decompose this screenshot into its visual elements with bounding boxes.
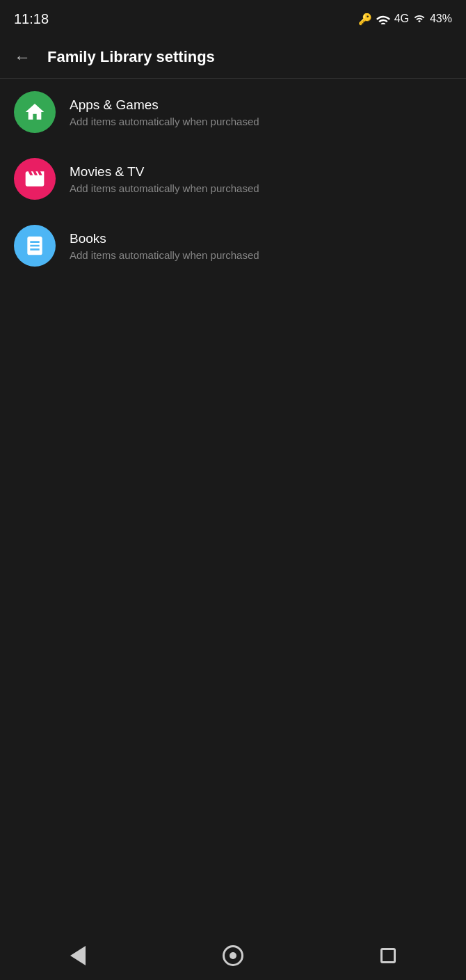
books-title: Books (70, 231, 259, 246)
books-text: Books Add items automatically when purch… (70, 231, 259, 261)
apps-games-text: Apps & Games Add items automatically whe… (70, 97, 259, 127)
home-icon (24, 101, 46, 123)
apps-games-subtitle: Add items automatically when purchased (70, 116, 259, 127)
back-button[interactable]: ← (14, 47, 31, 67)
back-triangle-icon (70, 946, 86, 965)
nav-recents-button[interactable] (371, 938, 405, 973)
book-icon (24, 235, 46, 257)
status-icons: 🔑 4G 43% (358, 13, 452, 26)
books-subtitle: Add items automatically when purchased (70, 249, 259, 261)
settings-list: Apps & Games Add items automatically whe… (0, 79, 466, 279)
books-item[interactable]: Books Add items automatically when purch… (0, 212, 466, 279)
home-circle-icon (223, 945, 243, 966)
battery-label: 43% (430, 13, 452, 25)
movies-tv-subtitle: Add items automatically when purchased (70, 182, 259, 194)
recents-square-icon (380, 948, 396, 963)
nav-bar (0, 931, 466, 980)
film-icon (24, 168, 46, 190)
apps-games-title: Apps & Games (70, 97, 259, 113)
wifi-icon (376, 13, 390, 24)
apps-games-item[interactable]: Apps & Games Add items automatically whe… (0, 79, 466, 145)
movies-tv-item[interactable]: Movies & TV Add items automatically when… (0, 145, 466, 212)
books-icon-bg (14, 225, 56, 267)
nav-home-button[interactable] (216, 938, 250, 973)
status-time: 11:18 (14, 11, 49, 27)
nav-back-button[interactable] (61, 938, 95, 973)
network-label: 4G (394, 13, 409, 25)
signal-icon (413, 13, 426, 24)
movies-tv-text: Movies & TV Add items automatically when… (70, 164, 259, 194)
movies-tv-icon-bg (14, 158, 56, 200)
page-title: Family Library settings (47, 48, 215, 66)
apps-games-icon (14, 91, 56, 133)
header: ← Family Library settings (0, 36, 466, 79)
movies-tv-title: Movies & TV (70, 164, 259, 180)
status-bar: 11:18 🔑 4G 43% (0, 0, 466, 36)
key-icon: 🔑 (358, 13, 372, 26)
home-circle-inner (230, 952, 236, 959)
